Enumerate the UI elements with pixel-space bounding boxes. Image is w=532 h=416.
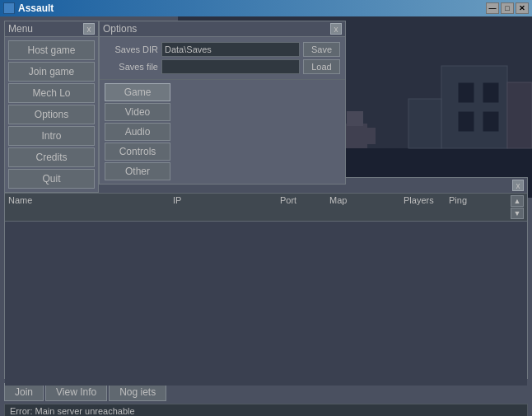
svg-rect-2 <box>441 66 507 148</box>
col-port-header: Port <box>280 195 329 219</box>
col-map-header: Map <box>329 195 404 219</box>
col-name-header: Name <box>8 195 173 219</box>
close-button[interactable]: ✕ <box>516 2 529 14</box>
options-button[interactable]: Options <box>8 105 95 124</box>
server-list-content <box>5 222 527 386</box>
scroll-buttons: ▲ ▼ <box>511 195 524 219</box>
tab-other[interactable]: Other <box>105 162 170 180</box>
svg-rect-7 <box>507 82 532 148</box>
saves-file-label: Saves file <box>105 62 158 72</box>
join-tab[interactable]: Join <box>4 383 44 401</box>
saves-dir-row: Saves DIR Save <box>105 42 340 57</box>
mech-lo-button[interactable]: Mech Lo <box>8 83 95 103</box>
status-bar: Error: Main server unreachable <box>4 404 528 416</box>
saves-dir-label: Saves DIR <box>105 44 158 54</box>
app-title: Assault <box>18 2 54 14</box>
credits-button[interactable]: Credits <box>8 147 95 167</box>
load-button[interactable]: Load <box>303 59 340 74</box>
bottom-tabs: Join View Info Nog iets <box>4 383 528 401</box>
options-panel: Options x Saves DIR Save Saves file Load… <box>99 21 346 185</box>
bottom-bar: Join View Info Nog iets Error: Main serv… <box>4 383 528 416</box>
server-table-header: Name IP Port Map Players Ping ▲ ▼ <box>5 194 527 222</box>
quit-button[interactable]: Quit <box>8 169 95 189</box>
maximize-button[interactable]: □ <box>501 2 514 14</box>
minimize-button[interactable]: — <box>486 2 499 14</box>
col-ip-header: IP <box>173 195 280 219</box>
host-game-button[interactable]: Host game <box>8 40 95 60</box>
svg-rect-4 <box>483 82 499 103</box>
scroll-up-button[interactable]: ▲ <box>511 195 524 207</box>
saves-dir-input[interactable] <box>161 42 300 57</box>
save-button[interactable]: Save <box>303 42 340 57</box>
svg-rect-9 <box>343 124 367 148</box>
server-list-close[interactable]: x <box>512 180 524 191</box>
title-bar: Assault — □ ✕ <box>0 0 532 16</box>
status-message: Error: Main server unreachable <box>10 406 135 416</box>
options-tabs: Game Video Audio Controls Other <box>100 80 345 184</box>
options-fields: Saves DIR Save Saves file Load <box>100 37 345 79</box>
saves-file-input[interactable] <box>161 59 300 74</box>
saves-file-row: Saves file Load <box>105 59 340 74</box>
tab-game[interactable]: Game <box>105 83 170 101</box>
title-bar-controls: — □ ✕ <box>486 2 529 14</box>
join-game-button[interactable]: Join game <box>8 62 95 82</box>
options-panel-close[interactable]: x <box>330 23 342 35</box>
main-content: Menu x Host game Join game Mech Lo Optio… <box>0 16 532 416</box>
svg-rect-3 <box>458 82 474 103</box>
options-panel-title: Options <box>103 23 137 35</box>
svg-rect-12 <box>366 128 376 144</box>
menu-panel-close[interactable]: x <box>83 23 95 35</box>
tab-controls[interactable]: Controls <box>105 143 170 161</box>
menu-panel-header: Menu x <box>5 21 98 37</box>
tab-audio[interactable]: Audio <box>105 123 170 141</box>
menu-panel: Menu x Host game Join game Mech Lo Optio… <box>4 21 99 193</box>
menu-items: Host game Join game Mech Lo Options Intr… <box>5 37 98 192</box>
view-info-tab[interactable]: View Info <box>45 383 107 401</box>
server-list-panel: Server List x Name IP Port Map Players P… <box>4 177 528 379</box>
svg-rect-10 <box>347 111 363 126</box>
scroll-down-button[interactable]: ▼ <box>511 208 524 219</box>
svg-rect-8 <box>408 99 441 148</box>
svg-rect-6 <box>483 111 499 132</box>
server-list-body <box>5 222 527 386</box>
col-ping-header: Ping <box>449 195 511 219</box>
options-panel-header: Options x <box>100 21 345 37</box>
tab-video[interactable]: Video <box>105 103 170 121</box>
col-players-header: Players <box>404 195 449 219</box>
svg-rect-5 <box>458 111 474 132</box>
nog-iets-tab[interactable]: Nog iets <box>109 383 166 401</box>
app-icon <box>3 2 15 14</box>
intro-button[interactable]: Intro <box>8 126 95 146</box>
menu-panel-title: Menu <box>8 23 33 35</box>
